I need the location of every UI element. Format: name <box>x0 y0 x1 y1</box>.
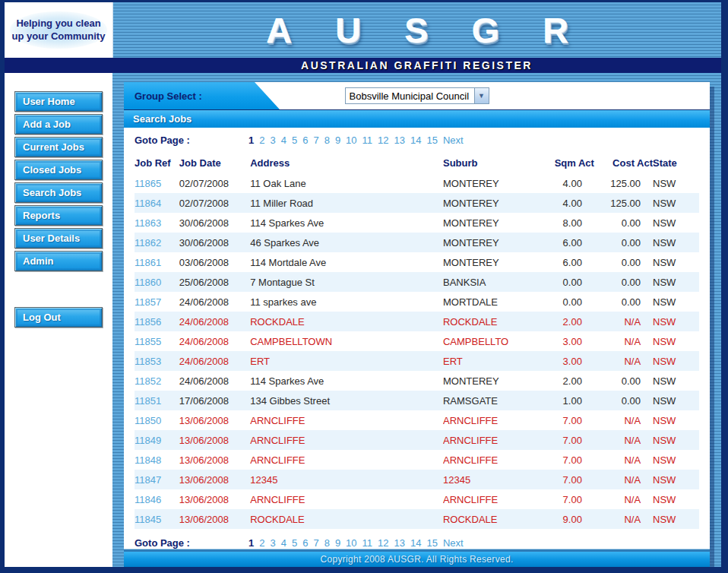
brand-letter: U <box>335 12 361 48</box>
state-cell: NSW <box>653 252 699 272</box>
page-number-link[interactable]: 5 <box>292 537 297 549</box>
cost-act-cell: 0.00 <box>594 213 653 233</box>
sidebar-item-log-out[interactable]: Log Out <box>14 307 103 328</box>
page-number-link[interactable]: 7 <box>313 537 318 549</box>
chevron-down-icon[interactable]: ▼ <box>474 88 489 103</box>
job-ref-link[interactable]: 11851 <box>135 395 161 407</box>
job-ref-link[interactable]: 11853 <box>135 356 161 367</box>
cost-act-cell: N/A <box>594 430 653 450</box>
cost-act-cell: 0.00 <box>594 391 653 410</box>
brand-letter: R <box>543 12 568 48</box>
job-ref-link[interactable]: 11848 <box>135 454 161 466</box>
job-ref-link[interactable]: 11863 <box>135 217 161 229</box>
table-row: 1184613/06/2008ARNCLIFFEARNCLIFFE7.00N/A… <box>135 489 699 509</box>
goto-page-row-top: Goto Page : 123456789101112131415Next <box>135 128 699 152</box>
brand-letter: S <box>404 12 428 48</box>
page-number-link[interactable]: 12 <box>378 135 388 146</box>
page-number-link[interactable]: 6 <box>302 135 308 146</box>
page-number-link[interactable]: 11 <box>362 135 373 146</box>
page-number-link[interactable]: 13 <box>394 537 405 549</box>
job-ref-link[interactable]: 11865 <box>135 178 161 189</box>
table-row: 1184713/06/200812345123457.00N/ANSW <box>135 470 699 489</box>
job-ref-link[interactable]: 11849 <box>135 435 161 446</box>
table-row: 1185524/06/2008CAMPBELLTOWNCAMPBELLTO3.0… <box>135 331 699 351</box>
job-date-cell: 24/06/2008 <box>179 371 250 391</box>
address-cell: ARNCLIFFE <box>250 489 443 509</box>
job-ref-link[interactable]: 11864 <box>135 198 161 209</box>
page-number-link[interactable]: 6 <box>302 537 308 549</box>
page-next-link[interactable]: Next <box>443 537 464 549</box>
page-number-link[interactable]: 7 <box>313 135 318 146</box>
page-number-link[interactable]: 3 <box>270 135 275 146</box>
job-ref-link[interactable]: 11856 <box>135 316 161 328</box>
page-number-link[interactable]: 2 <box>259 537 264 549</box>
page-number-link[interactable]: 11 <box>362 537 373 549</box>
page-number-link[interactable]: 9 <box>335 135 340 146</box>
group-select-dropdown[interactable]: Bobsville Municipal Council ▼ <box>345 87 489 104</box>
state-cell: NSW <box>653 509 699 529</box>
sqm-act-cell: 6.00 <box>543 233 594 252</box>
goto-page-label: Goto Page : <box>135 135 248 146</box>
page-number-link[interactable]: 5 <box>292 135 297 146</box>
page-number-link[interactable]: 2 <box>259 135 264 146</box>
table-row: 1186402/07/200811 Miller RoadMONTEREY4.0… <box>135 193 699 213</box>
job-ref-link: 11865 <box>135 173 179 193</box>
table-row: 1185117/06/2008134 Gibbes StreetRAMSGATE… <box>135 391 699 410</box>
page-number-link[interactable]: 8 <box>324 135 330 146</box>
page-number-link[interactable]: 4 <box>281 135 286 146</box>
job-ref-link[interactable]: 11850 <box>135 415 161 426</box>
cost-act-cell: 125.00 <box>594 173 653 193</box>
state-cell: NSW <box>653 351 699 371</box>
sidebar-item-add-a-job[interactable]: Add a Job <box>14 114 103 135</box>
sidebar-item-user-home[interactable]: User Home <box>14 91 103 112</box>
sidebar-item-admin[interactable]: Admin <box>14 251 103 271</box>
sqm-act-cell: 3.00 <box>543 331 594 351</box>
page-number-link[interactable]: 12 <box>378 537 388 549</box>
sidebar-item-closed-jobs[interactable]: Closed Jobs <box>14 160 103 180</box>
job-ref-link[interactable]: 11846 <box>135 494 161 505</box>
page-number-link[interactable]: 4 <box>281 537 286 549</box>
table-row: 1184813/06/2008ARNCLIFFEARNCLIFFE7.00N/A… <box>135 450 699 470</box>
ausgr-page: Helping you clean up your Community AUSG… <box>0 0 728 573</box>
job-ref-link[interactable]: 11857 <box>135 296 161 308</box>
table-row: 1185624/06/2008ROCKDALEROCKDALE2.00N/ANS… <box>135 312 699 331</box>
cost-act-cell: 0.00 <box>594 233 653 252</box>
page-number-link[interactable]: 14 <box>410 135 421 146</box>
page-number-link[interactable]: 14 <box>410 537 421 549</box>
suburb-cell: MONTEREY <box>443 233 543 252</box>
page-number-link[interactable]: 13 <box>394 135 405 146</box>
sidebar-item-search-jobs[interactable]: Search Jobs <box>14 182 103 203</box>
state-cell: NSW <box>653 292 699 312</box>
sidebar-item-reports[interactable]: Reports <box>14 205 103 226</box>
page-number-link[interactable]: 3 <box>270 537 275 549</box>
state-cell: NSW <box>653 312 699 331</box>
page-number-current: 1 <box>248 135 254 146</box>
job-date-cell: 13/06/2008 <box>179 430 250 450</box>
section-title: Search Jobs <box>124 109 710 128</box>
job-ref-link[interactable]: 11847 <box>135 474 161 486</box>
brand-letter: A <box>266 12 292 48</box>
job-ref-link: 11863 <box>135 213 179 233</box>
page-number-link[interactable]: 10 <box>346 135 356 146</box>
page-number-link[interactable]: 9 <box>335 537 340 549</box>
job-ref-link[interactable]: 11862 <box>135 237 161 249</box>
address-cell: 114 Sparkes Ave <box>250 371 443 391</box>
state-cell: NSW <box>653 233 699 252</box>
address-cell: ERT <box>250 351 443 371</box>
sidebar-item-user-details[interactable]: User Details <box>14 228 103 249</box>
column-header-sqm-act: Sqm Act <box>543 152 594 173</box>
job-ref-link[interactable]: 11861 <box>135 257 161 268</box>
page-next-link[interactable]: Next <box>443 135 464 146</box>
job-ref-link[interactable]: 11860 <box>135 277 161 288</box>
job-ref-link[interactable]: 11845 <box>135 514 161 525</box>
job-ref-link[interactable]: 11855 <box>135 336 161 347</box>
page-number-link[interactable]: 8 <box>324 537 330 549</box>
suburb-cell: MONTEREY <box>443 193 543 213</box>
job-date-cell: 13/06/2008 <box>179 470 250 489</box>
page-number-link[interactable]: 15 <box>426 537 437 549</box>
sidebar-item-current-jobs[interactable]: Current Jobs <box>14 137 103 157</box>
job-ref-link[interactable]: 11852 <box>135 375 161 387</box>
page-number-link[interactable]: 15 <box>426 135 437 146</box>
page-number-link[interactable]: 10 <box>346 537 356 549</box>
group-select-label: Group Select : <box>124 82 280 109</box>
